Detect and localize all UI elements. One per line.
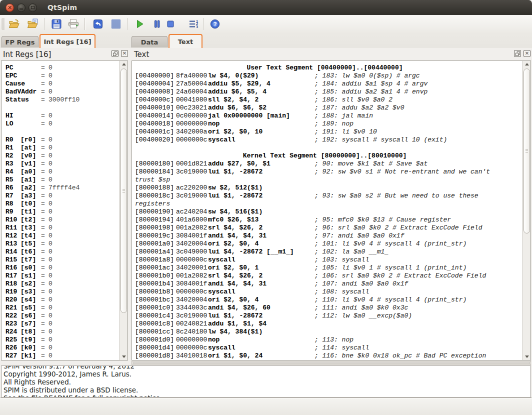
scroll-down-arrow-icon[interactable] — [523, 354, 530, 360]
register-row: R6[a2]=7ffff4e4 — [6, 184, 120, 192]
text-dock-title: Text — [134, 50, 149, 59]
register-row: Cause=0 — [6, 80, 120, 88]
register-row: R8[t0]=0 — [6, 200, 120, 208]
instruction-row: [80000198]001a2082srl $4, $26, 2; 96: sr… — [135, 224, 522, 232]
scrollbar-thumb[interactable] — [132, 362, 530, 364]
tab-data[interactable]: Data — [132, 36, 168, 48]
instruction-row: [800001d4]0000000csyscall; 114: syscall — [135, 344, 522, 352]
text-segment-panel: User Text Segment [00400000]..[00440000]… — [132, 60, 531, 360]
messages-content: SPIM Version 9.1.7 of February 4, 2012Co… — [2, 366, 530, 398]
clipped-line — [135, 360, 522, 360]
instruction-row: [80000194]401a6800mfc0 $26, $13; 95: mfc… — [135, 216, 522, 224]
instruction-row: [80000184]3c019000lui $1, -28672; 92: sw… — [135, 168, 522, 176]
register-row: R22[s6]=0 — [6, 312, 120, 320]
help-icon[interactable]: ? — [208, 17, 222, 31]
register-row: R24[t8]=0 — [6, 328, 120, 336]
float-icon[interactable] — [112, 50, 118, 57]
register-row: R18[s2]=0 — [6, 280, 120, 288]
register-row: HI=0 — [6, 112, 120, 120]
register-row: PC=0 — [6, 64, 120, 72]
register-row: R10[t2]=0 — [6, 216, 120, 224]
window-maximize-button[interactable] — [28, 4, 37, 12]
window-title: QtSpim — [48, 4, 77, 12]
message-line: See the file README for a full copyright… — [4, 394, 530, 398]
tab-int-regs[interactable]: Int Regs [16] — [40, 34, 96, 48]
blank-line — [135, 144, 522, 152]
registers-dock-header: Int Regs [16] ✕ — [0, 48, 130, 60]
instruction-row: [00400000]8fa40000lw $4, 0($29); 183: lw… — [135, 72, 522, 80]
registers-vertical-scrollbar[interactable] — [120, 61, 128, 360]
text-content: User Text Segment [00400000]..[00440000]… — [132, 61, 522, 360]
float-icon[interactable] — [514, 50, 521, 57]
print-icon[interactable] — [66, 17, 80, 31]
instruction-row: [00400018]00000000nop; 189: nop — [135, 120, 522, 128]
svg-text:3: 3 — [196, 25, 198, 29]
instruction-row: [800001c4]3c019000lui $1, -28672; 112: l… — [135, 312, 522, 320]
close-icon[interactable]: ✕ — [524, 50, 530, 57]
register-blank-row — [6, 104, 120, 112]
registers-dock-title: Int Regs [16] — [3, 50, 51, 59]
instruction-row: [00400010]00c23021addu $6, $6, $2; 187: … — [135, 104, 522, 112]
register-row: R15[t7]=0 — [6, 256, 120, 264]
instruction-row: [8000018c]3c019000lui $1, -28672; 93: sw… — [135, 192, 522, 200]
scrollbar-thumb[interactable] — [524, 68, 530, 234]
toolbar-drag-handle[interactable] — [2, 18, 4, 30]
text-vertical-scrollbar[interactable] — [522, 61, 530, 360]
load-file-icon[interactable] — [8, 17, 22, 31]
register-row: R20[s4]=0 — [6, 296, 120, 304]
register-row: BadVAddr=0 — [6, 88, 120, 96]
window-close-button[interactable]: ✕ — [6, 4, 14, 12]
scroll-down-arrow-icon[interactable] — [120, 354, 128, 360]
pause-icon[interactable] — [150, 17, 164, 31]
register-row: R3[v1]=0 — [6, 160, 120, 168]
text-horizontal-scrollbar[interactable] — [132, 361, 531, 365]
undo-icon[interactable] — [91, 17, 105, 31]
single-step-icon[interactable]: 123 — [186, 17, 200, 31]
tab-fp-regs[interactable]: FP Regs — [2, 36, 38, 48]
save-log-icon[interactable] — [50, 17, 64, 31]
instruction-row: [800001a0]34020004ori $2, $0, 4; 101: li… — [135, 240, 522, 248]
toolbar-separator — [203, 18, 204, 30]
instruction-row: [800001b4]3084001fandi $4, $4, 31; 107: … — [135, 280, 522, 288]
register-blank-row — [6, 128, 120, 136]
run-icon[interactable] — [132, 17, 146, 31]
qtspim-window: ✕ QtSpim — [0, 0, 532, 415]
instruction-row: [00400008]24a60004addiu $6, $5, 4; 185: … — [135, 88, 522, 96]
instruction-row: [800001b0]001a2082srl $4, $26, 2; 106: s… — [135, 272, 522, 280]
scroll-up-arrow-icon[interactable] — [120, 61, 128, 68]
toolbar-separator — [44, 18, 44, 30]
close-icon[interactable]: ✕ — [121, 50, 128, 57]
register-row: R16[s0]=0 — [6, 264, 120, 272]
instruction-row: [0040000c]00041080sll $2, $4, 2; 186: sl… — [135, 96, 522, 104]
svg-text:?: ? — [214, 21, 217, 27]
register-row: R2[v0]=0 — [6, 152, 120, 160]
instruction-row: [800001ac]34020001ori $2, $0, 1; 105: li… — [135, 264, 522, 272]
window-minimize-button[interactable] — [17, 4, 26, 12]
instruction-row: [800001bc]34020004ori $2, $0, 4; 110: li… — [135, 296, 522, 304]
register-row: EPC=0 — [6, 72, 120, 80]
instruction-row: [00400020]0000000csyscall; 192: syscall … — [135, 136, 522, 144]
register-row: R21[s5]=0 — [6, 304, 120, 312]
register-row: R13[t5]=0 — [6, 240, 120, 248]
reinitialize-load-icon[interactable] — [26, 17, 40, 31]
register-row: R12[t4]=0 — [6, 232, 120, 240]
register-row: LO=0 — [6, 120, 120, 128]
stop-icon[interactable] — [164, 17, 178, 31]
register-row: R7[a3]=0 — [6, 192, 120, 200]
tab-text[interactable]: Text — [168, 34, 202, 48]
instruction-row: [00400014]0c000000jal 0x00000000 [main];… — [135, 112, 522, 120]
instruction-row: [800001b8]0000000csyscall; 108: syscall — [135, 288, 522, 296]
register-row: R1[at]=0 — [6, 144, 120, 152]
scroll-up-arrow-icon[interactable] — [523, 61, 530, 68]
status-bar — [0, 398, 532, 415]
instruction-row: [800001a4]3c049000lui $4, -28672 [__m1_]… — [135, 248, 522, 256]
message-line: SPIM Version 9.1.7 of February 4, 2012 — [4, 366, 530, 370]
register-row: R25[t9]=0 — [6, 336, 120, 344]
register-row: Status=3000ff10 — [6, 96, 120, 104]
scrollbar-thumb[interactable] — [120, 68, 127, 313]
instruction-row: [800001d0]00000000nop; 113: nop — [135, 336, 522, 344]
messages-pane: SPIM Version 9.1.7 of February 4, 2012Co… — [1, 366, 531, 398]
instruction-row: [00400004]27a50004addiu $5, $29, 4; 184:… — [135, 80, 522, 88]
register-row: R4[a0]=0 — [6, 168, 120, 176]
grid-registers-icon[interactable] — [109, 17, 123, 31]
